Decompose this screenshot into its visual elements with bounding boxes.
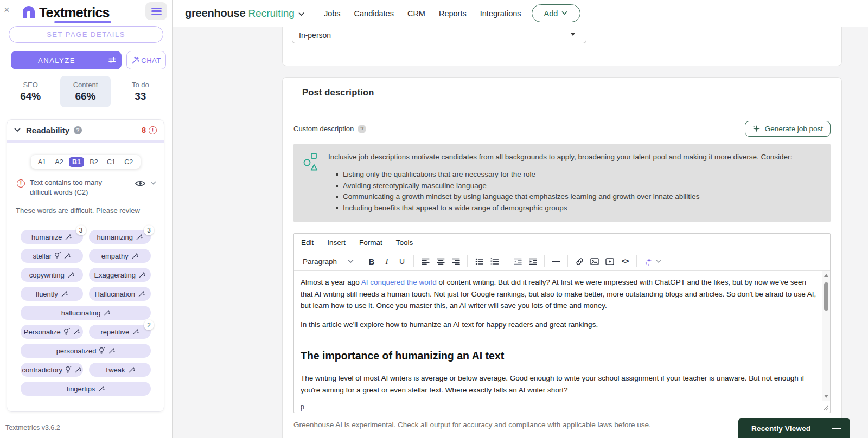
nav-item-reports[interactable]: Reports [439,9,467,18]
numbered-list-button[interactable] [487,254,502,269]
difficult-word-stellar[interactable]: stellar [21,249,83,263]
chat-button[interactable]: CHAT [126,51,166,69]
italic-button[interactable]: I [379,254,394,269]
chevron-down-icon[interactable] [150,181,156,185]
difficult-word-tweak[interactable]: Tweak [89,363,151,377]
recently-viewed-panel[interactable]: Recently Viewed [738,418,850,438]
scrollbar[interactable] [822,271,830,401]
tip-bullet-list: Listing only the qualifications that are… [336,169,792,214]
image-button[interactable] [587,254,602,269]
indent-button[interactable] [525,254,540,269]
bullet-list-button[interactable] [471,254,487,269]
tab-a1[interactable]: A1 [35,157,49,167]
difficult-word-exaggerating[interactable]: Exaggerating [89,268,151,282]
nav-item-integrations[interactable]: Integrations [480,9,521,18]
editor-menu-insert[interactable]: Insert [327,239,346,247]
nav-item-candidates[interactable]: Candidates [354,9,394,18]
editor-content-area[interactable]: Almost a year ago AI conquered the world… [294,271,830,401]
difficult-word-repetitive[interactable]: repetitive2 [89,325,151,339]
media-button[interactable] [602,254,617,269]
close-icon[interactable]: × [4,5,10,15]
add-button[interactable]: Add [532,4,580,22]
bold-button[interactable]: B [364,254,379,269]
scroll-down-icon[interactable] [824,395,828,398]
difficult-words-list: humanize3humanizing3stellarempathycopywr… [21,230,151,396]
underline-button[interactable]: U [394,254,410,269]
difficult-word-fluently[interactable]: fluently [21,287,83,301]
magic-wand-icon [98,385,105,392]
readability-warning: ! Text contains too many difficult words… [17,178,156,197]
word-label: Exaggerating [94,271,136,279]
tab-c1[interactable]: C1 [104,157,119,167]
caret-down-icon [571,33,575,36]
generate-job-post-button[interactable]: Generate job post [745,121,831,137]
difficult-word-personalized[interactable]: personalized [21,344,151,358]
difficult-word-empathy[interactable]: empathy [89,249,151,263]
align-center-button[interactable] [433,254,448,269]
stat-to-do[interactable]: To do33 [116,76,165,107]
align-left-button[interactable] [418,254,433,269]
tab-b1[interactable]: B1 [69,157,84,167]
difficult-word-fingertips[interactable]: fingertips [21,382,151,396]
tab-c2[interactable]: C2 [121,157,136,167]
outdent-button[interactable] [510,254,525,269]
eye-icon[interactable] [135,180,145,187]
editor-menu-format[interactable]: Format [359,239,382,247]
occurrence-badge: 2 [144,320,154,330]
editor-menu-tools[interactable]: Tools [396,239,413,247]
word-label: Hallucination [95,290,135,298]
top-navigation: greenhouse Recruiting JobsCandidatesCRMR… [173,0,868,27]
tab-b2[interactable]: B2 [86,157,101,167]
resize-grip-icon[interactable] [823,405,828,411]
align-right-button[interactable] [448,254,463,269]
element-path[interactable]: p [301,403,304,411]
code-button[interactable]: <> [617,254,633,269]
textmetrics-logo: Textmetrics [22,3,110,22]
difficult-word-personalize[interactable]: Personalize [21,325,83,339]
tab-a2[interactable]: A2 [52,157,66,167]
difficult-word-humanizing[interactable]: humanizing3 [89,230,151,244]
difficult-word-hallucination[interactable]: Hallucination [89,287,151,301]
help-icon[interactable]: ? [358,125,366,133]
magic-wand-icon [63,253,71,260]
select-value: In-person [299,31,331,40]
stat-label: Content [73,81,98,89]
office-location-select[interactable]: In-person [292,27,586,43]
ai-sparkles-icon [644,257,653,266]
word-label: personalized [56,347,97,355]
difficult-word-copywriting[interactable]: copywriting [21,268,83,282]
nav-item-jobs[interactable]: Jobs [324,9,341,18]
tip-bullet: Including benefits that appeal to a wide… [336,203,792,214]
nav-item-crm[interactable]: CRM [407,9,425,18]
difficult-word-humanize[interactable]: humanize3 [21,230,83,244]
editor-text[interactable]: Almost a year ago AI conquered the world… [294,271,822,401]
ai-assist-button[interactable] [641,254,665,269]
location-card: In-person [282,27,842,66]
paragraph-text: The writing level of most AI writers is … [301,372,816,396]
block-format-value: Paragraph [303,257,337,266]
scroll-up-icon[interactable] [824,274,828,277]
analyze-button[interactable]: ANALYZE [11,51,103,69]
word-label: humanizing [97,233,133,241]
issue-count: 8 [142,126,146,134]
horizontal-rule-button[interactable] [548,254,564,269]
greenhouse-logo[interactable]: greenhouse [185,7,245,20]
difficult-word-hallucinating[interactable]: hallucinating [21,306,151,320]
stat-content[interactable]: Content66% [60,76,110,107]
difficult-word-contradictory[interactable]: contradictory [21,363,83,377]
minimize-icon[interactable] [832,428,841,429]
scrollbar-thumb[interactable] [824,282,828,311]
block-format-select[interactable]: Paragraph [298,257,356,266]
link-button[interactable] [572,254,587,269]
stat-seo[interactable]: SEO64% [5,76,55,107]
menu-button[interactable] [145,2,167,20]
inline-link[interactable]: AI conquered the world [361,278,437,286]
readability-header[interactable]: Readability ? 8 ! [7,120,164,140]
editor-menu-edit[interactable]: Edit [301,239,314,247]
set-page-details-button[interactable]: SET PAGE DETAILS [9,26,163,43]
help-icon[interactable]: ? [74,126,82,134]
analyze-settings-button[interactable] [103,51,122,69]
chevron-down-icon[interactable] [298,12,304,16]
brand-name: Textmetrics [39,5,110,21]
add-label: Add [544,9,558,18]
